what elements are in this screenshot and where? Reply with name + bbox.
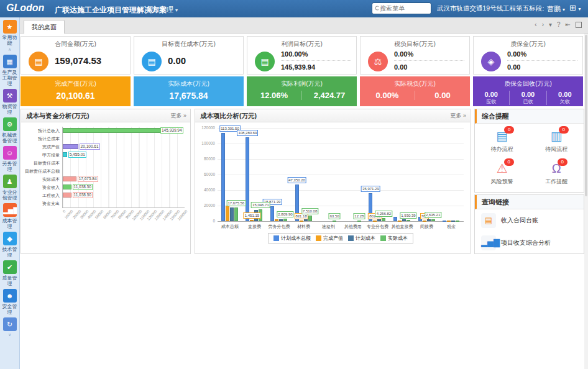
user-menu[interactable]: 曹鹏 ▾: [547, 4, 565, 14]
tab-back-icon[interactable]: ‹: [535, 20, 536, 29]
kpi-sub-value: 0.00: [510, 91, 546, 99]
kpi-title: 税负目标(万元): [361, 40, 469, 48]
sidebar-item-safety[interactable]: ☻安全管理: [0, 289, 19, 315]
tab-forward-icon[interactable]: ›: [542, 20, 544, 29]
sidebar-item-subcontract[interactable]: ♟专业分包管理: [0, 175, 19, 201]
kpi-card-1[interactable]: 合同金额(万元)▤159,074.53: [21, 36, 131, 75]
kpi-percent: 0.00%: [394, 50, 413, 58]
collapse-tabs-icon[interactable]: ⇤: [566, 20, 571, 29]
reminder-risk-alert[interactable]: ⚠0风险预警: [475, 156, 530, 188]
bar-8: [63, 184, 71, 189]
sidebar-item-sync[interactable]: ↻: [0, 317, 19, 331]
bar-计划成本-10: [451, 221, 455, 222]
category-label: 专业分包费: [365, 224, 390, 230]
category-label: 资金支出: [21, 199, 60, 207]
kpi-card-3[interactable]: 利润目标(万元)▤100.00%145,939.94: [247, 36, 357, 75]
bar-完成产值-9: [423, 221, 426, 222]
bar-value-label: 108,280.69: [237, 130, 258, 136]
reminder-todo-flow[interactable]: ▤0待办流程: [475, 124, 530, 156]
bar-实际成本-6: [357, 221, 361, 222]
kpi-card-5[interactable]: 质保金(万元)◈0.00%0.00: [473, 36, 583, 75]
fullscreen-icon[interactable]: [576, 22, 582, 28]
bar-value-label: 2,635.21: [425, 212, 441, 218]
kpi-colored-card-5[interactable]: 质保金回收(万元)0.00应收0.00已收0.00欠收: [473, 76, 583, 106]
category-label: 成本总额: [218, 224, 242, 230]
bar-完成产值-3: [275, 219, 278, 221]
collapse-up-icon[interactable]: ∧: [0, 47, 19, 52]
search-box[interactable]: [372, 2, 431, 14]
cost-icon: ▂▅▇: [3, 203, 17, 217]
project-selector[interactable]: 武汉市轨道交通19号线工程第五标段土建... ▾: [437, 4, 544, 13]
category-label: 资金收入: [21, 183, 60, 191]
sidebar-item-equipment[interactable]: ⚙机械设备管理: [0, 117, 19, 144]
profit-target-icon: ▤: [255, 52, 275, 71]
search-input[interactable]: [379, 4, 428, 12]
sidebar-item-quality[interactable]: ✔质量管理: [0, 260, 19, 286]
sidebar-item-label: 机械设备管理: [0, 132, 19, 144]
cost-fund-analysis-chart: 成本与资金分析(万元) 更多 » 预计总收入145,939.94预计总成本完成产…: [21, 109, 191, 254]
kpi-card-2[interactable]: 目标责任成本(万元)▤0.00: [134, 36, 244, 75]
kpi-title: 质保金(万元): [474, 40, 582, 48]
category-label: 预计总成本: [21, 135, 60, 143]
category-label: 其他费用: [341, 224, 365, 230]
kpi-value: 0.00: [507, 63, 520, 71]
legend-item: 完成产值: [316, 235, 343, 242]
kpi-percent: 0.00%: [507, 50, 526, 58]
app-header: GLodon 广联达施工企业项目管理解决方案 项目管理 ▾ 武汉市轨道交通19号…: [0, 0, 588, 17]
category-label: 完成产值: [21, 143, 60, 151]
sidebar-item-favorites[interactable]: ★常用功能: [0, 20, 19, 46]
glodon-logo: GLodon: [6, 2, 44, 14]
bar-计划成本总额-8: [393, 217, 397, 221]
vertical-scrollbar[interactable]: [584, 34, 588, 369]
link-project-balance-analysis[interactable]: ▂▅▇项目收支综合分析: [475, 232, 584, 254]
bar-完成产值-10: [447, 221, 451, 222]
scrollbar-thumb[interactable]: [585, 35, 587, 196]
bar-value-label: 2,809.90: [277, 211, 293, 217]
kpi-colored-card-1[interactable]: 完成产值(万元)20,100.61: [21, 76, 131, 106]
left-chart-title: 成本与资金分析(万元): [26, 112, 90, 119]
category-label: 目标责任成本: [21, 159, 60, 167]
left-chart-more-link[interactable]: 更多 »: [170, 109, 186, 122]
kpi-card-4[interactable]: 税负目标(万元)⚖0.00%0.00: [360, 36, 470, 75]
sidebar-item-materials[interactable]: ⚒物资管理: [0, 89, 19, 115]
kpi-sub-cell: 0.00应收: [473, 91, 509, 105]
bar-计划成本总额-10: [443, 221, 446, 222]
help-icon[interactable]: ?: [557, 20, 561, 29]
bar-value-label: 11,038.50: [73, 192, 93, 198]
sidebar-item-cost[interactable]: ▂▅▇成本管理: [0, 203, 19, 229]
link-income-contract-ledger[interactable]: ▤收入合同台账: [475, 209, 584, 232]
bar-实际成本-5: [333, 221, 336, 222]
project-balance-analysis-icon: ▂▅▇: [481, 235, 496, 250]
bar-完成产值-7: [373, 221, 377, 222]
tab-list-icon[interactable]: ▾: [549, 20, 552, 29]
kpi-colored-card-2[interactable]: 实际成本(万元)17,675.84: [134, 76, 244, 106]
project-name: 武汉市轨道交通19号线工程第五标段土建...: [437, 4, 544, 12]
kpi-colored-card-4[interactable]: 实际税负(万元)0.00%0.00: [360, 76, 470, 106]
tax-target-icon: ⚖: [368, 52, 388, 71]
sidebar-item-labor[interactable]: ☺劳务管理: [0, 146, 19, 172]
bar-完成产值-8: [398, 221, 402, 222]
reminder-read-flow[interactable]: ▥0待阅流程: [530, 124, 584, 156]
sidebar-item-label: 生产及工期管理: [0, 70, 19, 86]
nav-project-management[interactable]: 项目管理 ▾: [146, 5, 178, 14]
kpi-divider: [394, 60, 464, 61]
layout-switch-button[interactable]: ⊞ ▾: [569, 3, 581, 12]
tab-my-desktop[interactable]: 我的桌面: [24, 20, 65, 34]
sidebar-item-label: 安全管理: [0, 304, 19, 315]
bar-计划成本-1: [230, 207, 234, 221]
legend-swatch: [380, 235, 386, 241]
sidebar-item-technology[interactable]: ◆技术管理: [0, 232, 19, 258]
reminder-label: 风险预警: [475, 178, 530, 186]
chevron-down-icon: ▾: [579, 6, 581, 12]
kpi-colored-card-3[interactable]: 实际利润(万元)12.06%2,424.77: [247, 76, 357, 106]
main-content: 合同金额(万元)▤159,074.53目标责任成本(万元)▤0.00利润目标(万…: [20, 34, 588, 369]
right-chart-more-link[interactable]: 更多 »: [450, 109, 466, 122]
sidebar-item-production-schedule[interactable]: ▦生产及工期管理: [0, 55, 19, 86]
y-axis-tick-label: 100000: [196, 141, 215, 145]
bar-7: [63, 176, 76, 181]
grid-line: [218, 159, 464, 160]
bar-实际成本-4: [308, 216, 312, 221]
reminder-work-reminder[interactable]: Ω0工作提醒: [530, 156, 584, 188]
reminders-title: 综合提醒: [475, 109, 584, 124]
collapse-down-icon[interactable]: ∨: [0, 332, 19, 337]
